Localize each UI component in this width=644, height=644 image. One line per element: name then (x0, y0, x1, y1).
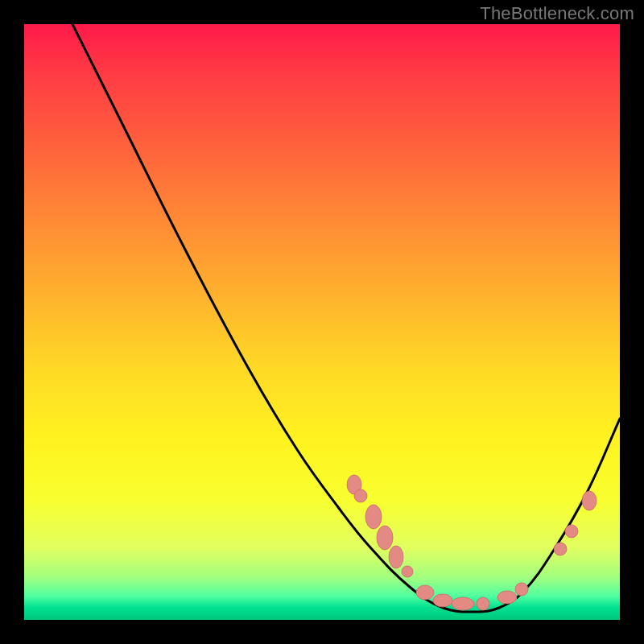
data-marker (433, 594, 452, 607)
data-marker (582, 491, 597, 510)
data-markers (347, 475, 597, 610)
plot-area (24, 24, 620, 620)
data-marker (497, 591, 517, 604)
data-marker (402, 566, 413, 577)
data-marker (554, 543, 567, 555)
data-marker (365, 505, 382, 529)
curve-layer (24, 24, 620, 620)
data-marker (416, 585, 434, 600)
data-marker (354, 489, 367, 502)
data-marker (377, 526, 393, 550)
chart-frame: TheBottleneck.com (0, 0, 644, 644)
data-marker (389, 546, 403, 568)
data-marker (477, 597, 489, 610)
watermark-text: TheBottleneck.com (480, 3, 634, 24)
data-marker (515, 583, 528, 596)
data-marker (565, 525, 578, 538)
data-marker (452, 597, 474, 610)
bottleneck-curve (72, 24, 620, 612)
